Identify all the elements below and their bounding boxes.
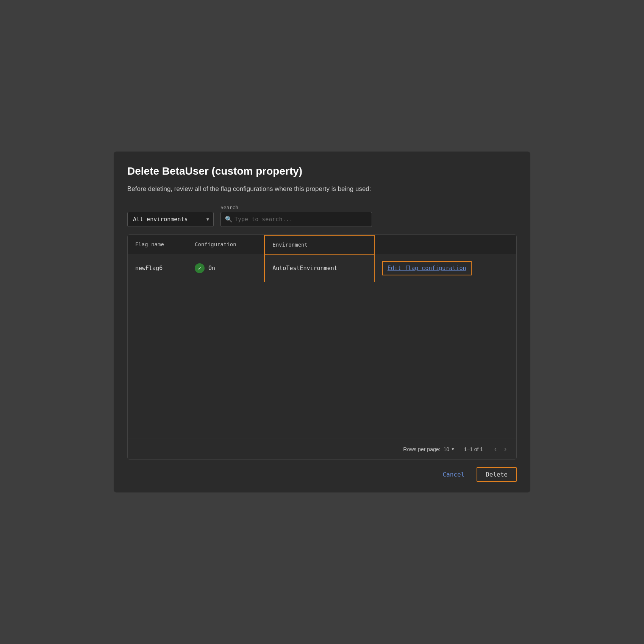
rows-select-wrapper[interactable]: 10 25 50 ▼ [443,446,455,452]
search-label: Search [220,205,372,210]
search-container: Search 🔍 [220,205,372,227]
cell-flag-name: newFlag6 [128,254,187,283]
cell-environment: AutoTestEnvironment [264,254,374,283]
data-table: Flag name Configuration Environment newF… [128,235,516,283]
table-footer: Rows per page: 10 25 50 ▼ 1–1 of 1 ‹ › [128,439,516,459]
dialog-title: Delete BetaUser (custom property) [127,165,517,177]
status-on-text: On [208,265,215,272]
dialog-actions: Cancel Delete [127,467,517,482]
table-body-spacer [128,282,516,439]
pagination-info: 1–1 of 1 [464,446,483,452]
filter-row: All environments AutoTestEnvironment Pro… [127,205,517,227]
prev-page-button[interactable]: ‹ [492,444,499,454]
environment-dropdown[interactable]: All environments AutoTestEnvironment Pro… [127,212,214,227]
edit-flag-configuration-link[interactable]: Edit flag configuration [382,261,472,275]
check-icon: ✓ [195,263,205,273]
rows-per-page: Rows per page: 10 25 50 ▼ [403,446,455,452]
environment-select[interactable]: All environments AutoTestEnvironment Pro… [127,212,214,227]
next-page-button[interactable]: › [502,444,509,454]
col-header-configuration: Configuration [187,235,264,254]
cell-configuration: ✓ On [187,254,264,283]
col-header-flag-name: Flag name [128,235,187,254]
rows-per-page-label: Rows per page: [403,446,440,452]
search-input[interactable] [220,212,372,227]
table-row: newFlag6 ✓ On AutoTestEnvironment [128,254,516,283]
cell-action[interactable]: Edit flag configuration [374,254,516,283]
config-cell: ✓ On [195,263,256,273]
search-icon: 🔍 [225,216,233,223]
col-header-environment: Environment [264,235,374,254]
table-body: newFlag6 ✓ On AutoTestEnvironment [128,254,516,283]
col-header-action [374,235,516,254]
dialog: Delete BetaUser (custom property) Before… [114,152,530,492]
cancel-button[interactable]: Cancel [436,468,470,481]
dialog-subtitle: Before deleting, review all of the flag … [127,184,517,194]
pagination-nav: ‹ › [492,444,509,454]
table-header: Flag name Configuration Environment [128,235,516,254]
rows-per-page-select[interactable]: 10 25 50 [443,446,455,452]
search-input-wrapper: 🔍 [220,212,372,227]
delete-button[interactable]: Delete [477,467,517,482]
dialog-overlay: Delete BetaUser (custom property) Before… [0,0,644,644]
table-container: Flag name Configuration Environment newF… [127,234,517,460]
